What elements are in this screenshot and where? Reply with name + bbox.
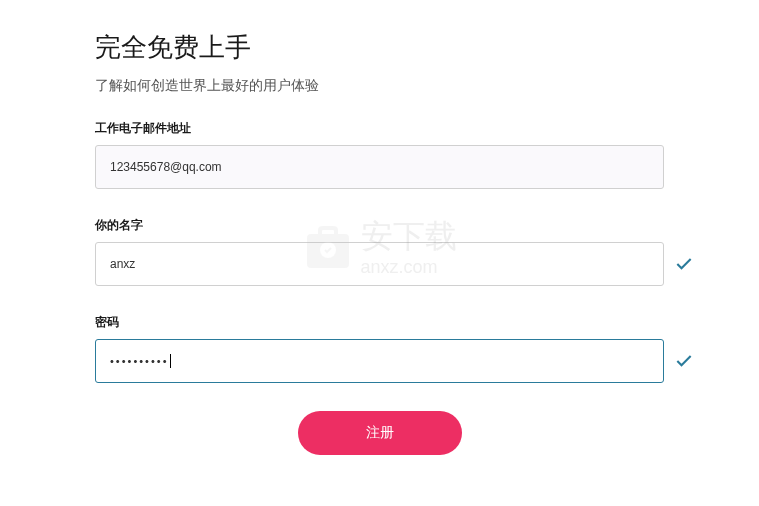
text-cursor bbox=[170, 354, 171, 368]
name-group: 你的名字 bbox=[95, 217, 664, 286]
page-subtitle: 了解如何创造世界上最好的用户体验 bbox=[95, 77, 664, 95]
submit-wrapper: 注册 bbox=[95, 411, 664, 455]
password-field[interactable]: •••••••••• bbox=[95, 339, 664, 383]
name-label: 你的名字 bbox=[95, 217, 664, 234]
checkmark-icon bbox=[674, 254, 694, 274]
email-group: 工作电子邮件地址 bbox=[95, 120, 664, 189]
page-title: 完全免费上手 bbox=[95, 30, 664, 65]
checkmark-icon bbox=[674, 351, 694, 371]
email-field[interactable] bbox=[95, 145, 664, 189]
password-group: 密码 •••••••••• bbox=[95, 314, 664, 383]
register-button[interactable]: 注册 bbox=[298, 411, 462, 455]
name-field[interactable] bbox=[95, 242, 664, 286]
password-mask: •••••••••• bbox=[110, 355, 169, 367]
email-label: 工作电子邮件地址 bbox=[95, 120, 664, 137]
password-label: 密码 bbox=[95, 314, 664, 331]
